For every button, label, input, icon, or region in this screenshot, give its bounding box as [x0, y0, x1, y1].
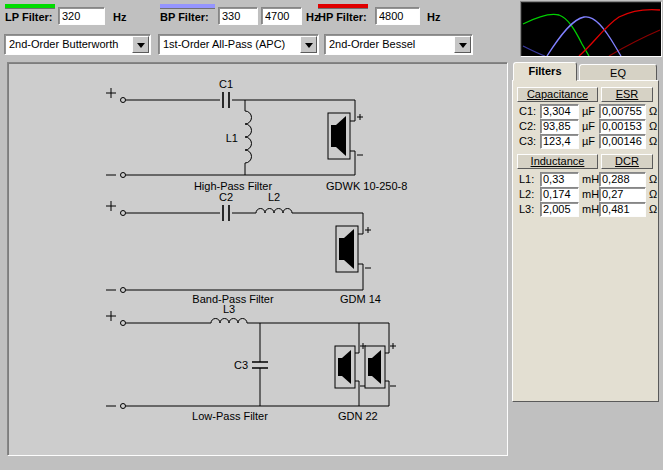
dcr-value-field[interactable]: 0,481 [599, 202, 646, 217]
bp-dropdown-arrow-icon[interactable] [300, 36, 317, 53]
lp-speaker2-plus-sign [390, 343, 396, 349]
cap-row-c2: C2: 93,85 µF 0,00153 Ω [513, 119, 660, 134]
esr-value-field[interactable]: 0,00153 [599, 119, 646, 134]
hp-filter-type-value: 2nd-Order Bessel [329, 38, 415, 50]
lp-ind-label: L3 [223, 303, 235, 315]
lp-color-bar [5, 4, 55, 9]
unit-label: µF [582, 120, 595, 132]
capacitance-value-field[interactable]: 3,304 [540, 104, 579, 119]
bp-plus-sign [106, 201, 116, 211]
lp-frequency-input[interactable] [58, 7, 105, 25]
lp-plus-terminal [121, 321, 126, 326]
hp-frequency-input[interactable] [375, 7, 420, 25]
band-pass-circuit: C2 L2 Band-Pass Filter GDM 14 [106, 191, 381, 305]
bp-plus-terminal [121, 211, 126, 216]
hp-color-bar [318, 4, 368, 9]
component-label: L1: [519, 173, 534, 185]
tab-filters-label: Filters [528, 65, 561, 77]
high-pass-circuit: C1 L1 High-Pass Filter GDWK 10-250-8 [106, 78, 407, 192]
tab-filters[interactable]: Filters [513, 62, 577, 81]
hp-filter-type-dropdown[interactable]: 2nd-Order Bessel [324, 34, 473, 55]
bp-minus-terminal [121, 288, 126, 293]
hp-capacitor-symbol [223, 92, 229, 108]
hp-cap-label: C1 [219, 78, 233, 90]
cap-row-c1: C1: 3,304 µF 0,00755 Ω [513, 104, 660, 119]
graph-darkblue-curve [523, 46, 545, 56]
hp-plus-terminal [121, 98, 126, 103]
component-label: L2: [519, 188, 534, 200]
component-label: C2: [519, 120, 536, 132]
graph-highpass-curve [579, 10, 660, 56]
bp-speaker-plus-sign [365, 227, 371, 233]
bp-filter-type-value: 1st-Order All-Pass (APC) [163, 38, 285, 50]
ind-row-l1: L1: 0,33 mH 0,288 Ω [513, 172, 660, 187]
response-graph [520, 1, 662, 57]
app-window: LP Filter: Hz BP Filter: Hz HP Filter: H… [0, 0, 663, 470]
hp-ind-label: L1 [226, 132, 238, 144]
tab-eq-label: EQ [610, 67, 626, 79]
lp-capacitor-symbol [252, 362, 268, 368]
ohm-label: Ω [649, 173, 657, 185]
lp-inductor-symbol [211, 319, 247, 324]
graph-lowpass-curve [523, 14, 589, 56]
tab-eq[interactable]: EQ [579, 64, 657, 81]
ind-row-l3: L3: 2,005 mH 0,481 Ω [513, 202, 660, 217]
lp-filter-type-dropdown[interactable]: 2nd-Order Butterworth [4, 34, 151, 55]
hp-minus-terminal [121, 173, 126, 178]
lp-cap-label: C3 [234, 359, 248, 371]
esr-header-label: ESR [616, 88, 639, 100]
bp-wires [126, 213, 364, 290]
bp-color-bar [160, 4, 215, 9]
hp-plus-sign [106, 88, 116, 98]
inductance-header-button[interactable]: Inductance [517, 154, 598, 169]
bp-low-frequency-input[interactable] [218, 7, 258, 25]
dcr-value-field[interactable]: 0,27 [599, 187, 646, 202]
unit-label: mH [582, 188, 599, 200]
bp-ind-label: L2 [268, 191, 280, 203]
capacitance-header-button[interactable]: Capacitance [517, 87, 598, 102]
component-label: C1: [519, 105, 536, 117]
low-pass-circuit: L3 C3 Low-Pass Filter GDN 22 [106, 303, 396, 422]
inductance-value-field[interactable]: 2,005 [540, 202, 579, 217]
graph-bandpass-curve [547, 17, 621, 56]
bp-cap-label: C2 [219, 191, 233, 203]
lp-filter-label: LP Filter: [5, 11, 52, 23]
inductance-value-field[interactable]: 0,33 [540, 172, 579, 187]
ohm-label: Ω [649, 105, 657, 117]
inductance-value-field[interactable]: 0,174 [540, 187, 579, 202]
dcr-header-button[interactable]: DCR [601, 154, 653, 169]
lp-speaker-name: GDN 22 [338, 410, 378, 422]
ohm-label: Ω [649, 188, 657, 200]
circuit-panel: C1 L1 High-Pass Filter GDWK 10-250-8 [7, 62, 508, 456]
bp-filter-type-dropdown[interactable]: 1st-Order All-Pass (APC) [158, 34, 319, 55]
lp-circuit-title: Low-Pass Filter [192, 410, 268, 422]
bp-speaker-name: GDM 14 [340, 293, 381, 305]
capacitance-value-field[interactable]: 123,4 [540, 134, 579, 149]
esr-value-field[interactable]: 0,00755 [599, 104, 646, 119]
bp-inductor-symbol [256, 209, 292, 214]
ind-row-l2: L2: 0,174 mH 0,27 Ω [513, 187, 660, 202]
capacitance-value-field[interactable]: 93,85 [540, 119, 579, 134]
esr-value-field[interactable]: 0,00146 [599, 134, 646, 149]
bp-speaker-symbol [336, 226, 371, 272]
dcr-header-label: DCR [615, 155, 639, 167]
graph-darkred-curve [609, 30, 660, 56]
unit-label: µF [582, 135, 595, 147]
lp-minus-terminal [121, 404, 126, 409]
bp-high-frequency-input[interactable] [261, 7, 302, 25]
ohm-label: Ω [649, 135, 657, 147]
filters-panel-body: Capacitance ESR C1: 3,304 µF 0,00755 Ω C… [512, 80, 659, 402]
esr-header-button[interactable]: ESR [601, 87, 653, 102]
right-panel: Filters EQ Capacitance ESR C1: 3,304 µF … [512, 62, 659, 403]
lp-plus-sign [106, 311, 116, 321]
unit-label: mH [582, 203, 599, 215]
bp-filter-label: BP Filter: [160, 11, 209, 23]
capacitance-header-label: Capacitance [527, 88, 588, 100]
lp-dropdown-arrow-icon[interactable] [132, 36, 149, 53]
ohm-label: Ω [649, 203, 657, 215]
dcr-value-field[interactable]: 0,288 [599, 172, 646, 187]
hp-speaker-name: GDWK 10-250-8 [326, 180, 407, 192]
lp-hz-label: Hz [113, 11, 126, 23]
hp-dropdown-arrow-icon[interactable] [454, 36, 471, 53]
hp-speaker-symbol [328, 113, 363, 159]
